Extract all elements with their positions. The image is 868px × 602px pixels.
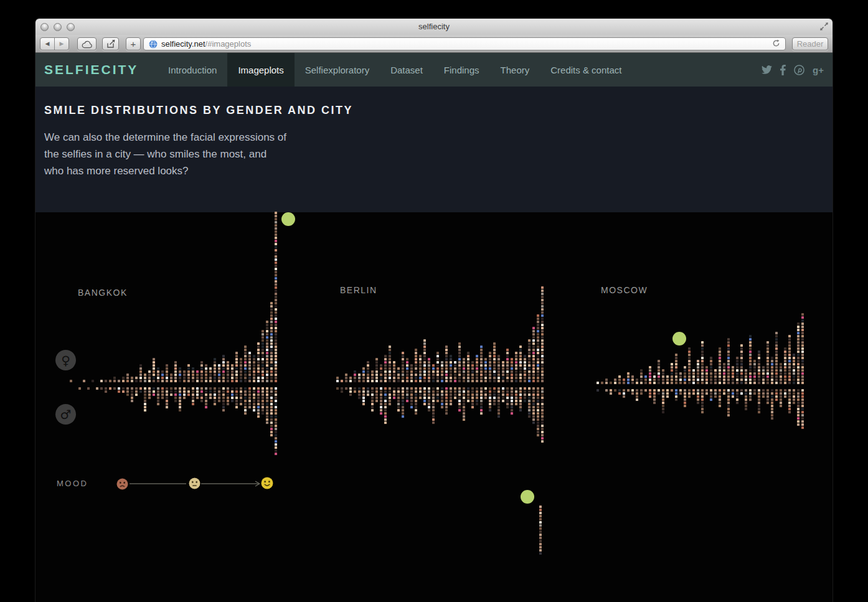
- nav-menu: Introduction Imageplots Selfiexploratory…: [158, 53, 632, 87]
- forward-button[interactable]: ▶: [55, 38, 68, 50]
- browser-toolbar: ◀ ▶ +: [35, 35, 833, 53]
- reader-button[interactable]: Reader: [792, 37, 828, 50]
- female-filter-button[interactable]: ♀: [55, 350, 76, 370]
- marker-dot-berlin[interactable]: [521, 490, 534, 504]
- nav-item-selfiexploratory[interactable]: Selfiexploratory: [295, 53, 380, 87]
- site-nav-bar: SELFIECITY Introduction Imageplots Selfi…: [35, 53, 833, 87]
- hero-section: SMILE DISTRIBUTIONS BY GENDER AND CITY W…: [35, 87, 833, 212]
- share-button[interactable]: [102, 37, 119, 50]
- nav-item-imageplots[interactable]: Imageplots: [227, 53, 294, 87]
- site-logo[interactable]: SELFIECITY: [44, 62, 138, 77]
- twitter-icon[interactable]: [762, 65, 772, 74]
- social-links: g+: [762, 53, 824, 87]
- pinterest-icon[interactable]: [794, 65, 804, 75]
- nav-item-dataset[interactable]: Dataset: [380, 53, 433, 87]
- marker-dot-moscow[interactable]: [672, 332, 686, 346]
- browser-window: selfiecity ◀ ▶: [35, 19, 833, 602]
- globe-favicon: [149, 40, 158, 49]
- reload-button[interactable]: [772, 39, 780, 49]
- female-icon: ♀: [61, 353, 70, 368]
- url-domain: selfiecity.net: [161, 39, 205, 49]
- title-bar: selfiecity: [35, 19, 833, 35]
- icloud-tabs-button[interactable]: [77, 37, 97, 50]
- google-plus-icon[interactable]: g+: [813, 65, 824, 75]
- facebook-icon[interactable]: [780, 65, 786, 75]
- reload-icon: [772, 39, 780, 47]
- window-title: selfiecity: [35, 22, 833, 31]
- intro-paragraph: We can also the determine the facial exp…: [44, 129, 286, 179]
- fullscreen-arrows-icon[interactable]: [819, 22, 829, 34]
- url-path: /#imageplots: [205, 39, 252, 49]
- new-tab-button[interactable]: +: [126, 37, 141, 50]
- screenshot-stage: selfiecity ◀ ▶: [0, 0, 868, 602]
- back-button[interactable]: ◀: [40, 38, 54, 50]
- nav-item-introduction[interactable]: Introduction: [158, 53, 227, 87]
- share-icon: [106, 39, 116, 49]
- nav-item-theory[interactable]: Theory: [490, 53, 540, 87]
- page-title: SMILE DISTRIBUTIONS BY GENDER AND CITY: [44, 104, 353, 117]
- nav-item-findings[interactable]: Findings: [433, 53, 490, 87]
- address-bar[interactable]: selfiecity.net/#imageplots: [143, 37, 786, 50]
- male-icon: ♂: [60, 407, 72, 422]
- marker-dot-bangkok[interactable]: [281, 212, 295, 226]
- history-nav-control: ◀ ▶: [40, 37, 69, 50]
- male-filter-button[interactable]: ♂: [55, 404, 76, 425]
- cloud-icon: [81, 40, 93, 49]
- nav-item-credits-contact[interactable]: Credits & contact: [540, 53, 632, 87]
